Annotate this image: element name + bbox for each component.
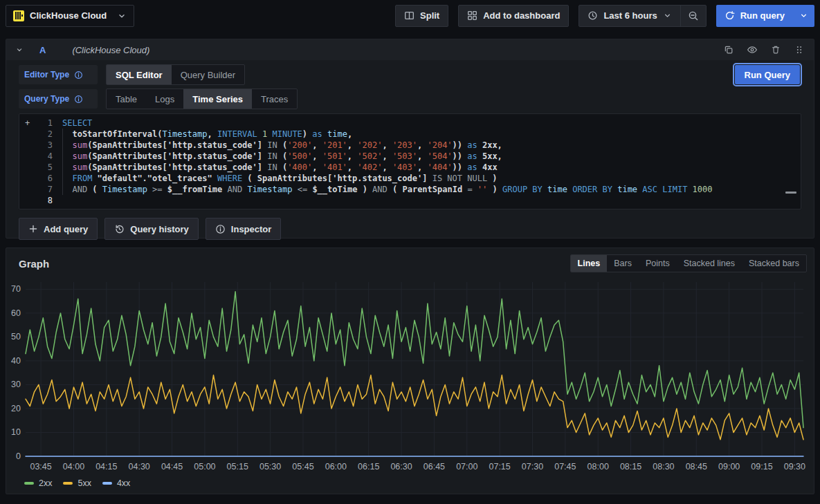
line-number: 4	[36, 151, 53, 162]
svg-text:08:15: 08:15	[620, 462, 641, 472]
sql-code-editor[interactable]: +1SELECT 2 toStartOfInterval(Timestamp, …	[19, 113, 801, 209]
svg-text:05:30: 05:30	[259, 462, 281, 472]
inspector-label: Inspector	[231, 224, 272, 234]
run-query-panel-button[interactable]: Run Query	[735, 65, 800, 84]
duplicate-query-button[interactable]	[721, 42, 736, 57]
gutter	[25, 195, 36, 206]
code-line[interactable]: 7 AND ( Timestamp >= $__fromTime AND Tim…	[25, 184, 801, 195]
run-query-button[interactable]: Run query	[716, 5, 793, 27]
query-ref-id[interactable]: A	[39, 45, 46, 55]
toolbar-actions: Split Add to dashboard Last 6 hours	[395, 5, 814, 27]
editor-type-row: Editor Type SQL Editor Query Builder Run…	[19, 64, 801, 85]
query-type-time-series[interactable]: Time Series	[183, 89, 252, 109]
add-query-button[interactable]: Add query	[19, 218, 98, 240]
gutter	[25, 173, 36, 184]
datasource-picker[interactable]: ClickHouse Cloud	[6, 5, 134, 27]
svg-text:06:00: 06:00	[325, 462, 347, 472]
legend-swatch	[24, 482, 34, 485]
code-line[interactable]: 2 toStartOfInterval(Timestamp, INTERVAL …	[25, 129, 801, 140]
query-history-button[interactable]: Query history	[104, 218, 199, 240]
split-button[interactable]: Split	[395, 5, 448, 27]
query-type-logs[interactable]: Logs	[146, 89, 183, 109]
svg-text:06:15: 06:15	[358, 462, 379, 472]
mode-lines[interactable]: Lines	[571, 255, 608, 272]
plus-icon	[28, 224, 38, 234]
delete-query-button[interactable]	[768, 42, 783, 57]
clickhouse-logo-icon	[13, 10, 24, 21]
svg-text:40: 40	[11, 356, 21, 366]
mode-stacked-bars[interactable]: Stacked bars	[742, 255, 806, 272]
svg-text:07:45: 07:45	[554, 462, 576, 472]
editor-type-query-builder[interactable]: Query Builder	[172, 65, 244, 84]
collapse-chevron-icon[interactable]	[13, 46, 26, 54]
svg-text:07:00: 07:00	[456, 462, 477, 472]
time-range-label: Last 6 hours	[603, 10, 657, 21]
code-text	[62, 195, 67, 206]
svg-text:09:15: 09:15	[751, 462, 772, 472]
code-line[interactable]: 6 FROM "default"."otel_traces" WHERE ( S…	[25, 173, 801, 184]
graph-title: Graph	[19, 258, 49, 270]
code-line[interactable]: 5 sum(SpanAttributes['http.status_code']…	[25, 162, 801, 173]
editor-type-group: SQL Editor Query Builder	[106, 64, 245, 85]
query-type-table[interactable]: Table	[107, 89, 146, 109]
info-icon[interactable]	[74, 71, 83, 80]
code-line[interactable]: 8	[25, 195, 801, 206]
svg-text:04:30: 04:30	[129, 462, 150, 472]
toolbar: ClickHouse Cloud Split Add to dashboard …	[0, 0, 820, 31]
line-number: 1	[36, 118, 53, 129]
code-text: sum(SpanAttributes['http.status_code'] I…	[62, 151, 502, 162]
code-line[interactable]: +1SELECT	[25, 118, 801, 129]
history-icon	[114, 224, 125, 234]
add-to-dashboard-button[interactable]: Add to dashboard	[458, 5, 569, 27]
code-line[interactable]: 4 sum(SpanAttributes['http.status_code']…	[25, 151, 801, 162]
inspector-button[interactable]: Inspector	[206, 218, 282, 240]
svg-text:03:45: 03:45	[30, 462, 51, 472]
mode-stacked-lines[interactable]: Stacked lines	[677, 255, 742, 272]
svg-text:06:45: 06:45	[423, 462, 445, 472]
svg-text:04:45: 04:45	[161, 462, 183, 472]
svg-text:04:15: 04:15	[95, 462, 117, 472]
code-text: sum(SpanAttributes['http.status_code'] I…	[62, 140, 502, 151]
legend-item-2xx[interactable]: 2xx	[24, 478, 52, 488]
svg-text:05:00: 05:00	[194, 462, 215, 472]
svg-text:09:30: 09:30	[784, 462, 805, 472]
time-range-button[interactable]: Last 6 hours	[579, 6, 680, 26]
svg-text:08:30: 08:30	[653, 462, 674, 472]
svg-text:07:15: 07:15	[489, 462, 510, 472]
run-query-label: Run query	[740, 10, 785, 21]
editor-type-label-cell: Editor Type	[19, 65, 98, 84]
legend-swatch	[102, 482, 112, 485]
query-editor-panel: A (ClickHouse Cloud) Editor Type SQL Edi…	[6, 39, 814, 239]
legend-label: 2xx	[39, 478, 52, 488]
drag-handle-icon[interactable]	[792, 42, 807, 57]
run-query-dropdown-button[interactable]	[793, 5, 814, 27]
line-number: 3	[36, 140, 53, 151]
mode-points[interactable]: Points	[639, 255, 677, 272]
svg-text:10: 10	[11, 427, 21, 437]
query-type-traces[interactable]: Traces	[252, 89, 297, 109]
editor-type-sql-editor[interactable]: SQL Editor	[107, 65, 172, 84]
legend-item-4xx[interactable]: 4xx	[102, 478, 130, 488]
code-text: toStartOfInterval(Timestamp, INTERVAL 1 …	[62, 129, 352, 140]
code-line[interactable]: 3 sum(SpanAttributes['http.status_code']…	[25, 140, 801, 151]
time-series-chart[interactable]: 01020304050607003:4504:0004:1504:3004:45…	[6, 272, 810, 478]
line-number: 6	[36, 173, 53, 184]
svg-text:08:45: 08:45	[686, 462, 707, 472]
run-query-split-button: Run query	[716, 5, 814, 27]
hide-query-button[interactable]	[745, 42, 760, 57]
editor-scrollbar-handle[interactable]	[785, 192, 796, 194]
zoom-out-button[interactable]	[681, 6, 706, 26]
gutter-plus-icon: +	[25, 118, 36, 129]
query-type-label: Query Type	[24, 94, 69, 104]
query-footer-actions: Add query Query history Inspector	[19, 218, 801, 240]
mode-bars[interactable]: Bars	[607, 255, 639, 272]
gutter	[25, 129, 36, 140]
line-number: 8	[36, 195, 53, 206]
zoom-out-icon	[688, 10, 699, 21]
info-icon[interactable]	[74, 95, 83, 104]
legend-item-5xx[interactable]: 5xx	[63, 478, 91, 488]
chart-legend: 2xx5xx4xx	[24, 478, 814, 488]
graph-header: Graph Lines Bars Points Stacked lines St…	[6, 248, 814, 272]
split-icon	[404, 10, 414, 21]
refresh-icon	[725, 10, 735, 21]
